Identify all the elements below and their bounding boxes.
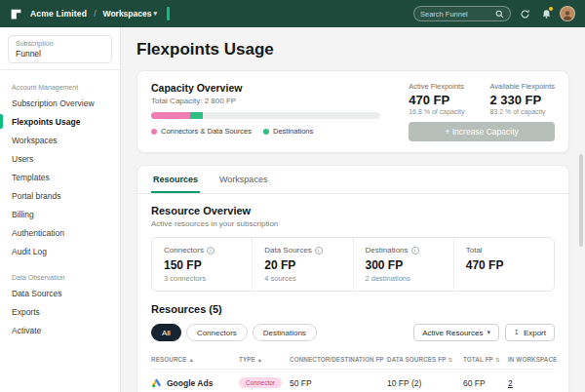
chevron-down-icon: ▾ bbox=[487, 329, 490, 336]
sidebar-item-billing[interactable]: Billing bbox=[0, 205, 120, 223]
resource-overview-subtitle: Active resources in your subscription bbox=[151, 219, 555, 228]
google-ads-icon bbox=[151, 377, 162, 388]
capacity-total-label: Total Capacity: 2 800 FP bbox=[151, 97, 380, 105]
stat-value: 470 FP bbox=[466, 258, 542, 272]
legend-dot-pink bbox=[151, 129, 157, 135]
topbar: Acme Limited / Workspaces ▾ bbox=[0, 0, 585, 27]
notification-dot bbox=[549, 7, 553, 11]
search-input[interactable] bbox=[420, 10, 491, 19]
page-title: Flexpoints Usage bbox=[136, 40, 569, 59]
scrollbar-thumb[interactable] bbox=[579, 154, 583, 247]
data-sources-fp-cell: 10 FP (2) bbox=[387, 371, 463, 392]
increase-capacity-label: Increase Capacity bbox=[452, 127, 519, 137]
sidebar-item-subscription-overview[interactable]: Subscription Overview bbox=[0, 94, 120, 112]
filter-chip-connectors[interactable]: Connectors bbox=[186, 324, 248, 341]
capacity-title: Capacity Overview bbox=[151, 82, 380, 94]
column-header-connector-destination-fp[interactable]: Connector/Destination FP ⇅ bbox=[290, 350, 387, 369]
tab-workspaces[interactable]: Workspaces bbox=[217, 166, 269, 193]
export-button[interactable]: ↧ Export bbox=[505, 324, 555, 341]
tab-bar: Resources Workspaces bbox=[137, 166, 568, 194]
stat-subtext: 4 sources bbox=[264, 274, 340, 283]
notifications-icon[interactable] bbox=[538, 6, 554, 21]
stat-data-sources: Data Sources i 20 FP 4 sources bbox=[252, 238, 352, 291]
table-row[interactable]: Google Ads Connector 50 FP 10 FP (2) 60 … bbox=[151, 370, 555, 392]
subscription-selector[interactable]: Subscription Funnel bbox=[8, 35, 112, 63]
stat-connectors: Connectors i 150 FP 3 connectors bbox=[152, 238, 252, 291]
sidebar-item-authentication[interactable]: Authentication bbox=[0, 223, 120, 242]
sidebar-item-workspaces[interactable]: Workspaces bbox=[0, 131, 120, 149]
increase-capacity-button[interactable]: + Increase Capacity bbox=[409, 122, 555, 141]
subscription-name: Funnel bbox=[16, 49, 104, 59]
resource-stats-box: Connectors i 150 FP 3 connectors Data So… bbox=[151, 237, 555, 292]
sort-icon: ⇅ bbox=[448, 357, 453, 363]
toolbar-actions: Active Resources ▾ ↧ Export bbox=[413, 324, 555, 341]
stat-total: Total 470 FP bbox=[453, 238, 554, 291]
stat-value: 470 FP bbox=[409, 93, 464, 107]
stat-destinations: Destinations i 300 FP 2 destinations bbox=[353, 238, 453, 291]
filter-chip-destinations[interactable]: Destinations bbox=[253, 324, 317, 341]
info-icon[interactable]: i bbox=[411, 247, 419, 255]
stat-label: Available Flexpoints bbox=[489, 82, 555, 91]
connector-fp-cell: 50 FP bbox=[290, 371, 387, 392]
resources-toolbar: All Connectors Destinations Active Resou… bbox=[151, 324, 555, 341]
sidebar-item-templates[interactable]: Templates bbox=[0, 168, 120, 186]
sort-asc-icon: ▲ bbox=[189, 357, 194, 363]
dropdown-label: Active Resources bbox=[422, 329, 483, 337]
subscription-label: Subscription bbox=[16, 40, 104, 47]
active-flexpoints-stat: Active Flexpoints 470 FP 16.8 % of capac… bbox=[409, 82, 464, 115]
column-header-resource[interactable]: Resource ▲ bbox=[151, 350, 239, 369]
info-icon[interactable]: i bbox=[315, 247, 323, 255]
bar-segment-destinations bbox=[190, 112, 203, 119]
filter-chip-all[interactable]: All bbox=[151, 324, 181, 341]
column-header-data-sources-fp[interactable]: Data Sources FP ⇅ bbox=[387, 350, 463, 369]
sort-icon: ⇅ bbox=[495, 357, 500, 363]
export-icon: ↧ bbox=[514, 329, 520, 336]
capacity-overview-card: Capacity Overview Total Capacity: 2 800 … bbox=[136, 70, 569, 153]
export-label: Export bbox=[524, 329, 546, 337]
sidebar-item-audit-log[interactable]: Audit Log bbox=[0, 242, 120, 260]
sidebar: Subscription Funnel Account Management S… bbox=[0, 27, 121, 392]
sidebar-item-flexpoints-usage[interactable]: Flexpoints Usage bbox=[0, 112, 120, 131]
search-icon[interactable] bbox=[495, 10, 504, 19]
column-header-in-workspaces[interactable]: In Workspaces ⇅ bbox=[508, 350, 557, 369]
column-header-type[interactable]: Type ▲ bbox=[239, 350, 290, 369]
capacity-right: Active Flexpoints 470 FP 16.8 % of capac… bbox=[409, 82, 555, 141]
sidebar-item-portal-brands[interactable]: Portal brands bbox=[0, 186, 120, 205]
filter-chips: All Connectors Destinations bbox=[151, 324, 317, 341]
workspace-selector[interactable]: Workspaces ▾ bbox=[103, 9, 157, 19]
sidebar-item-exports[interactable]: Exports bbox=[0, 302, 120, 321]
stat-subtext: 16.8 % of capacity bbox=[409, 108, 464, 115]
stat-value: 150 FP bbox=[164, 258, 240, 272]
sidebar-item-data-sources[interactable]: Data Sources bbox=[0, 284, 120, 302]
refresh-icon[interactable] bbox=[517, 6, 532, 21]
avatar[interactable] bbox=[560, 6, 575, 21]
in-workspaces-cell: 2 bbox=[508, 371, 557, 392]
breadcrumb-separator: / bbox=[94, 9, 96, 19]
stat-label: Total bbox=[466, 246, 483, 255]
search-box[interactable] bbox=[413, 6, 511, 21]
org-name[interactable]: Acme Limited bbox=[30, 9, 87, 19]
stat-value: 300 FP bbox=[366, 258, 442, 272]
workspaces-count-link[interactable]: 2 bbox=[508, 378, 513, 388]
resources-body: Resource Overview Active resources in yo… bbox=[137, 194, 568, 392]
table-header-row: Resource ▲ Type ▲ Connector/Destination … bbox=[151, 350, 555, 370]
stat-label: Connectors bbox=[164, 246, 204, 255]
sidebar-item-activate[interactable]: Activate bbox=[0, 321, 120, 339]
funnel-logo-icon[interactable] bbox=[10, 8, 22, 20]
active-resources-dropdown[interactable]: Active Resources ▾ bbox=[413, 324, 499, 341]
resource-overview-title: Resource Overview bbox=[151, 205, 555, 216]
column-header-total-fp[interactable]: Total FP ⇅ bbox=[463, 350, 508, 369]
sidebar-section-account-management: Account Management bbox=[0, 78, 120, 94]
type-cell: Connector bbox=[239, 370, 290, 392]
capacity-legend: Connectors & Data Sources Destinations bbox=[151, 127, 380, 136]
tab-resources[interactable]: Resources bbox=[151, 166, 200, 193]
column-label: Data Sources FP bbox=[387, 356, 447, 363]
column-label: Total FP bbox=[463, 356, 493, 363]
resource-name: Google Ads bbox=[167, 378, 213, 388]
sidebar-item-users[interactable]: Users bbox=[0, 149, 120, 168]
workspace-selector-label: Workspaces bbox=[103, 9, 152, 19]
total-fp-cell: 60 FP bbox=[463, 371, 508, 392]
available-flexpoints-stat: Available Flexpoints 2 330 FP 83.2 % of … bbox=[489, 82, 555, 115]
info-icon[interactable]: i bbox=[207, 247, 214, 255]
legend-label: Connectors & Data Sources bbox=[161, 127, 252, 136]
